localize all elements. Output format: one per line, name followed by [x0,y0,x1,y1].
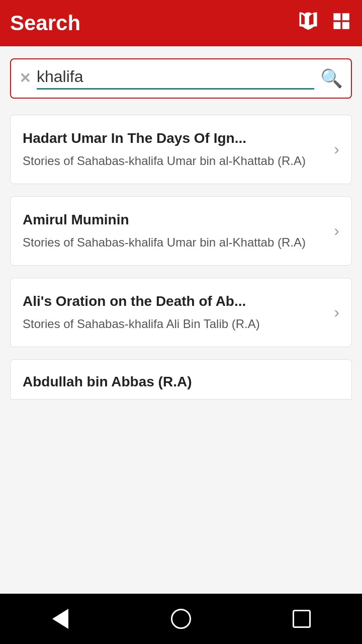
result-subtitle-2: Stories of Sahabas-khalifa Umar bin al-K… [23,234,328,251]
result-card-1[interactable]: Hadart Umar In The Days Of Ign... Storie… [10,115,352,184]
chevron-icon-1: › [334,140,339,158]
result-title-1: Hadart Umar In The Days Of Ign... [23,129,328,147]
result-title-4: Abdullah bin Abbas (R.A) [23,374,339,390]
chevron-icon-2: › [334,221,339,240]
search-icon[interactable]: 🔍 [320,68,343,89]
result-card-3[interactable]: Ali's Oration on the Death of Ab... Stor… [10,278,352,347]
home-button[interactable] [161,604,201,634]
recents-icon [293,610,311,628]
bottom-nav [0,594,362,644]
app-header: Search [0,0,362,46]
result-title-3: Ali's Oration on the Death of Ab... [23,292,328,310]
result-card-4[interactable]: Abdullah bin Abbas (R.A) [10,359,352,399]
result-card-2-content: Amirul Muminin Stories of Sahabas-khalif… [23,211,328,251]
result-title-2: Amirul Muminin [23,211,328,229]
recents-button[interactable] [282,604,322,634]
result-card-3-content: Ali's Oration on the Death of Ab... Stor… [23,292,328,333]
chevron-icon-3: › [334,303,339,321]
home-icon [171,609,191,629]
header-icons [298,11,352,36]
page-title: Search [10,11,298,35]
grid-icon[interactable] [331,11,352,36]
back-icon [52,609,68,629]
search-bar: ✕ 🔍 [10,58,352,99]
book-icon[interactable] [298,11,319,36]
result-card-1-content: Hadart Umar In The Days Of Ign... Storie… [23,129,328,170]
clear-button[interactable]: ✕ [19,71,31,86]
result-subtitle-1: Stories of Sahabas-khalifa Umar bin al-K… [23,152,328,170]
results-list: Hadart Umar In The Days Of Ign... Storie… [0,107,362,594]
back-button[interactable] [40,604,80,634]
result-card-2[interactable]: Amirul Muminin Stories of Sahabas-khalif… [10,196,352,266]
result-subtitle-3: Stories of Sahabas-khalifa Ali Bin Talib… [23,315,328,333]
search-input[interactable] [37,67,314,90]
